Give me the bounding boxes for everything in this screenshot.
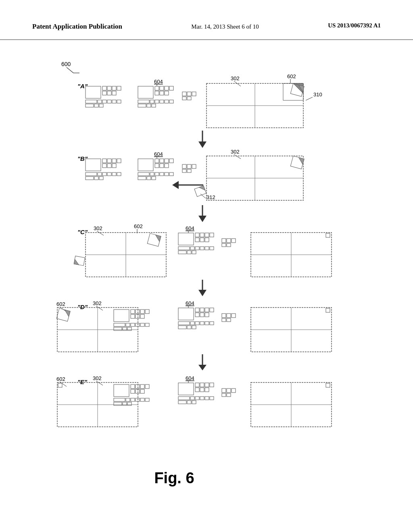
- svg-rect-21: [155, 86, 159, 90]
- svg-rect-66: [107, 172, 111, 176]
- svg-rect-210: [131, 389, 135, 393]
- svg-rect-136: [232, 239, 236, 243]
- svg-rect-7: [102, 91, 106, 95]
- svg-rect-165: [140, 323, 144, 326]
- svg-rect-131: [178, 251, 186, 254]
- svg-rect-226: [210, 383, 214, 387]
- label-302-e: 302: [93, 375, 102, 381]
- step-c-center-icons: [178, 233, 214, 254]
- svg-rect-156: [140, 310, 144, 314]
- svg-rect-122: [195, 238, 199, 242]
- svg-rect-217: [140, 398, 144, 401]
- main-diagram: 600 "A": [33, 48, 380, 503]
- svg-rect-190: [222, 318, 226, 322]
- svg-rect-130: [210, 247, 214, 250]
- svg-rect-8: [107, 91, 111, 95]
- svg-rect-220: [123, 402, 127, 405]
- step-b-left-icons: [86, 159, 121, 180]
- svg-rect-90: [187, 164, 191, 168]
- svg-rect-191: [227, 318, 231, 322]
- svg-rect-154: [131, 310, 135, 314]
- svg-rect-41: [187, 97, 191, 100]
- svg-rect-247: [326, 383, 330, 387]
- svg-marker-152: [63, 310, 70, 316]
- svg-rect-80: [138, 172, 149, 176]
- svg-rect-29: [150, 100, 154, 103]
- svg-rect-86: [138, 177, 146, 180]
- svg-rect-2: [86, 86, 101, 98]
- svg-marker-116: [74, 259, 79, 265]
- svg-rect-82: [155, 172, 159, 176]
- svg-rect-221: [127, 402, 131, 405]
- svg-rect-28: [138, 100, 149, 103]
- svg-rect-168: [123, 327, 127, 330]
- step-c-right-icons: [222, 239, 236, 247]
- label-D: "D": [77, 303, 88, 310]
- svg-rect-67: [112, 172, 116, 176]
- svg-rect-169: [127, 327, 131, 330]
- svg-marker-197: [198, 365, 206, 370]
- svg-marker-53: [198, 141, 206, 148]
- svg-rect-242: [222, 393, 226, 397]
- svg-rect-167: [114, 327, 122, 330]
- publication-title: Patent Application Publication: [32, 23, 122, 30]
- svg-rect-33: [169, 100, 173, 103]
- svg-rect-79: [165, 164, 169, 168]
- svg-rect-40: [182, 97, 186, 100]
- svg-rect-189: [232, 314, 236, 318]
- svg-rect-93: [187, 169, 191, 172]
- svg-rect-59: [117, 159, 121, 163]
- svg-rect-223: [195, 383, 199, 387]
- svg-rect-25: [155, 91, 159, 95]
- label-604-d: 604: [186, 300, 194, 306]
- svg-rect-18: [99, 104, 103, 107]
- svg-rect-37: [182, 92, 186, 96]
- header-patent-num: US 2013/0067392 A1: [328, 22, 381, 29]
- svg-rect-232: [195, 397, 199, 400]
- svg-rect-61: [107, 164, 111, 168]
- svg-rect-123: [200, 238, 204, 242]
- svg-rect-73: [155, 159, 159, 163]
- svg-rect-230: [178, 397, 190, 400]
- svg-rect-26: [160, 91, 164, 95]
- svg-rect-87: [147, 177, 151, 180]
- label-604-e: 604: [186, 375, 194, 381]
- svg-rect-204: [58, 383, 62, 387]
- svg-rect-240: [227, 389, 231, 393]
- svg-rect-127: [195, 247, 199, 250]
- svg-rect-63: [86, 172, 97, 176]
- svg-rect-36: [152, 104, 156, 107]
- label-602-e: 602: [56, 376, 65, 382]
- svg-rect-180: [195, 322, 199, 325]
- fig-caption: Fig. 6: [154, 470, 194, 486]
- header-left: Patent Application Publication: [32, 22, 122, 31]
- svg-rect-5: [112, 86, 116, 90]
- svg-rect-216: [136, 398, 140, 401]
- content: 600 "A": [0, 40, 413, 511]
- svg-rect-227: [195, 388, 199, 392]
- svg-rect-76: [169, 159, 173, 163]
- svg-rect-88: [152, 177, 156, 180]
- svg-rect-65: [102, 172, 106, 176]
- header-date-sheet: Mar. 14, 2013 Sheet 6 of 10: [191, 23, 259, 30]
- svg-rect-62: [112, 164, 116, 168]
- header: Patent Application Publication Mar. 14, …: [0, 0, 413, 40]
- svg-rect-83: [160, 172, 164, 176]
- svg-rect-68: [117, 172, 121, 176]
- svg-rect-157: [145, 310, 149, 314]
- label-302-a: 302: [231, 75, 240, 81]
- svg-rect-188: [227, 314, 231, 318]
- svg-rect-155: [136, 310, 140, 314]
- label-602-a: 602: [287, 73, 296, 79]
- svg-rect-172: [200, 308, 204, 312]
- svg-rect-69: [86, 177, 94, 180]
- step-a-center-icons: [138, 86, 173, 107]
- label-312: 312: [206, 194, 215, 200]
- svg-marker-99: [297, 157, 304, 164]
- svg-marker-104: [199, 185, 205, 191]
- svg-rect-234: [205, 397, 209, 400]
- svg-rect-173: [205, 308, 209, 312]
- page: Patent Application Publication Mar. 14, …: [0, 0, 413, 532]
- svg-rect-214: [126, 398, 130, 401]
- svg-rect-231: [190, 397, 194, 400]
